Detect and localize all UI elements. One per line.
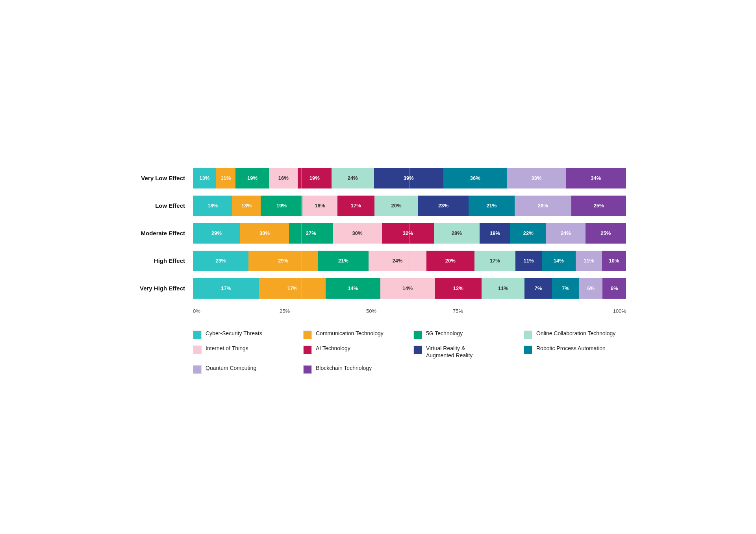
row-label: Low Effect (130, 202, 193, 209)
bar-segment-ai_technology: 19% (298, 168, 332, 188)
bar-value: 19% (490, 230, 500, 236)
bar-segment-ai_technology: 20% (426, 251, 474, 271)
legend-item-robotic_process: Robotic Process Automation (524, 345, 626, 359)
legend-label: Cyber-Security Threats (206, 330, 262, 337)
bar-value: 29% (278, 258, 288, 264)
axis-tick: 100% (539, 308, 626, 314)
bar-value: 25% (593, 203, 604, 209)
row-label: Very High Effect (130, 285, 193, 292)
bar-value: 11% (220, 175, 231, 181)
legend-label: AI Technology (316, 345, 350, 352)
bar-segment-blockchain: 6% (602, 278, 626, 299)
bar-segment-cyber_security: 23% (193, 251, 248, 271)
bar-segment-virtual_reality: 11% (515, 251, 542, 271)
bar-value: 25% (600, 230, 611, 236)
bar-segment-five_g: 21% (318, 251, 369, 271)
bar-segment-ai_technology: 12% (435, 278, 482, 299)
bar-track: 29%30%27%30%32%28%19%22%24%25% (193, 223, 626, 244)
bar-track: 13%11%19%16%19%24%39%36%33%34% (193, 168, 626, 188)
bar-segment-quantum_computing: 33% (507, 168, 566, 188)
bar-segment-robotic_process: 14% (542, 251, 576, 271)
row-label: Moderate Effect (130, 230, 193, 237)
bar-segment-communication_tech: 17% (259, 278, 325, 299)
bar-value: 20% (391, 203, 402, 209)
bars-wrapper: 23%29%21%24%20%17%11%14%11%10% (193, 251, 626, 271)
legend-item-quantum_computing: Quantum Computing (193, 364, 295, 374)
bar-value: 26% (538, 203, 548, 209)
bar-segment-online_collab: 28% (434, 223, 480, 244)
legend-label: Robotic Process Automation (536, 345, 606, 352)
bar-value: 12% (453, 285, 463, 291)
bar-row: Very High Effect17%17%14%14%12%11%7%7%6%… (130, 278, 626, 299)
bar-value: 24% (392, 258, 402, 264)
legend-item-virtual_reality: Virtual Reality & Augmented Reality (413, 345, 516, 359)
legend-label: Blockchain Technology (316, 364, 372, 371)
bars-wrapper: 17%17%14%14%12%11%7%7%6%6% (193, 278, 626, 299)
bar-segment-robotic_process: 36% (443, 168, 507, 188)
bar-segment-internet_of_things: 14% (380, 278, 435, 299)
legend-swatch (524, 346, 532, 354)
bar-segment-quantum_computing: 26% (515, 196, 571, 216)
bar-value: 13% (241, 203, 252, 209)
bar-segment-virtual_reality: 23% (418, 196, 469, 216)
legend-item-communication_tech: Communication Technology (303, 330, 406, 339)
bar-value: 7% (562, 285, 569, 291)
axis-tick: 0% (193, 308, 280, 314)
axis-row: 0%25%50%75%100% (193, 308, 626, 314)
bar-value: 33% (531, 175, 541, 181)
bar-segment-communication_tech: 29% (248, 251, 318, 271)
bar-segment-robotic_process: 7% (552, 278, 579, 299)
bar-segment-cyber_security: 18% (193, 196, 232, 216)
legend-label: Virtual Reality & Augmented Reality (426, 345, 472, 359)
bar-segment-virtual_reality: 7% (524, 278, 552, 299)
legend-label: Quantum Computing (206, 364, 256, 371)
bar-value: 17% (490, 258, 500, 264)
bar-segment-five_g: 19% (261, 196, 302, 216)
bar-segment-robotic_process: 21% (469, 196, 515, 216)
bar-value: 36% (470, 175, 480, 181)
bar-value: 13% (199, 175, 209, 181)
bar-value: 19% (276, 203, 287, 209)
bar-value: 28% (452, 230, 462, 236)
bar-segment-quantum_computing: 24% (546, 223, 585, 244)
bars-wrapper: 13%11%19%16%19%24%39%36%33%34% (193, 168, 626, 188)
bar-value: 30% (259, 230, 270, 236)
bar-segment-internet_of_things: 16% (269, 168, 298, 188)
bar-value: 11% (584, 258, 594, 264)
legend-item-blockchain: Blockchain Technology (303, 364, 406, 374)
bar-row: Low Effect18%13%19%16%17%20%23%21%26%25% (130, 196, 626, 216)
bar-segment-virtual_reality: 39% (374, 168, 443, 188)
axis-tick: 75% (453, 308, 539, 314)
bar-value: 24% (561, 230, 571, 236)
bar-segment-blockchain: 10% (602, 251, 626, 271)
bars-wrapper: 18%13%19%16%17%20%23%21%26%25% (193, 196, 626, 216)
bar-row: Very Low Effect13%11%19%16%19%24%39%36%3… (130, 168, 626, 188)
bar-segment-blockchain: 25% (586, 223, 626, 244)
bar-value: 22% (523, 230, 534, 236)
bar-value: 19% (247, 175, 258, 181)
bar-segment-quantum_computing: 11% (576, 251, 602, 271)
legend-swatch (193, 346, 202, 354)
legend-item-ai_technology: AI Technology (303, 345, 406, 359)
bar-track: 23%29%21%24%20%17%11%14%11%10% (193, 251, 626, 271)
bars-wrapper: 29%30%27%30%32%28%19%22%24%25% (193, 223, 626, 244)
bar-segment-virtual_reality: 19% (480, 223, 511, 244)
legend-label: Internet of Things (206, 345, 248, 352)
bar-value: 29% (211, 230, 222, 236)
legend-swatch (413, 331, 422, 339)
chart-area: Very Low Effect13%11%19%16%19%24%39%36%3… (130, 168, 626, 306)
legend-item-internet_of_things: Internet of Things (193, 345, 295, 359)
bar-value: 7% (535, 285, 542, 291)
bar-segment-cyber_security: 13% (193, 168, 216, 188)
bar-segment-communication_tech: 13% (232, 196, 261, 216)
bar-segment-robotic_process: 22% (510, 223, 546, 244)
legend-label: Communication Technology (316, 330, 384, 337)
legend-swatch (413, 346, 422, 354)
bar-segment-internet_of_things: 16% (302, 196, 337, 216)
bar-value: 14% (402, 285, 413, 291)
bar-value: 23% (215, 258, 226, 264)
legend-label: Online Collaboration Technology (536, 330, 615, 337)
bar-segment-quantum_computing: 6% (579, 278, 602, 299)
bar-value: 16% (278, 175, 289, 181)
legend-swatch (524, 331, 532, 339)
